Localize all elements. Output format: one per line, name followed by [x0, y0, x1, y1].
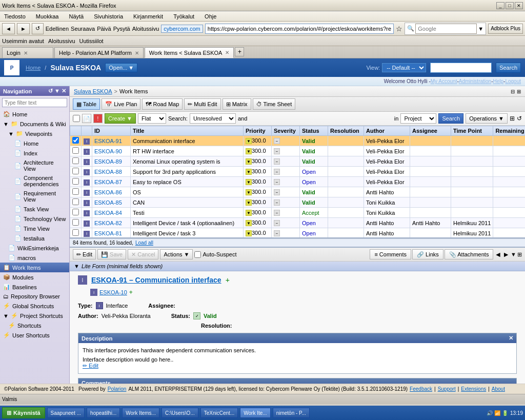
row-checkbox[interactable]	[72, 188, 79, 195]
select-all-checkbox[interactable]	[73, 115, 80, 122]
tab-login[interactable]: Login ✕	[2, 47, 53, 58]
row-checkbox[interactable]	[72, 209, 79, 215]
row-title-cell[interactable]: CAN	[131, 197, 244, 208]
sidebar-item-workitems[interactable]: 📋 Work Items	[0, 263, 69, 272]
row-checkbox[interactable]	[72, 147, 79, 154]
table-row[interactable]: I ESKOA-84 Testi ▼300.0 − Accept Toni Ku…	[70, 208, 526, 218]
detail-expand-icon[interactable]: ⊞	[517, 251, 522, 258]
tab-multiedit[interactable]: ✏ Multi Edit	[184, 98, 220, 110]
col-header-id[interactable]: ID	[92, 126, 131, 136]
search-type-select[interactable]: Unresolved	[190, 113, 236, 124]
filter-icon-btn1[interactable]: 📄	[82, 114, 91, 123]
administration-link[interactable]: Administration	[459, 78, 491, 84]
row-title-cell[interactable]: Intelligent Device / task 4 (optionaalin…	[131, 218, 244, 228]
table-row[interactable]: I ESKOA-88 Support for 3rd party applica…	[70, 167, 526, 177]
bookmark-useimmin[interactable]: Useimmin avatut	[2, 38, 44, 44]
menu-tyokalut[interactable]: Työkalut	[171, 12, 196, 21]
row-title-cell[interactable]: Support for 3rd party applications	[131, 167, 244, 177]
row-checkbox[interactable]	[72, 137, 79, 144]
parent-add-icon[interactable]: +	[129, 289, 133, 296]
edit-button[interactable]: ✏ Edit	[73, 249, 96, 259]
tab-timesheet[interactable]: ⏱ Time Sheet	[253, 98, 296, 110]
col-header-assignee[interactable]: Assignee	[410, 126, 451, 136]
search-submit-icon[interactable]: ▼	[478, 26, 483, 32]
sidebar-settings-icon[interactable]: ▼	[54, 88, 60, 94]
menu-sivuhistoria[interactable]: Sivuhistoria	[92, 12, 125, 21]
filter-icon-btn2[interactable]: !	[93, 114, 103, 123]
sidebar-refresh-icon[interactable]: ↺	[48, 88, 53, 94]
comments-button[interactable]: ≡ Comments	[370, 249, 411, 259]
tab-workitems-close[interactable]: ✕	[225, 50, 229, 55]
sidebar-item-vp-home[interactable]: 📄 Home	[0, 138, 69, 148]
help-link[interactable]: Help	[493, 78, 503, 84]
collapse-icon[interactable]: ⊞	[517, 89, 521, 94]
nav-prev-icon[interactable]: ◄	[494, 250, 501, 258]
row-id-link[interactable]: ESKOA-86	[94, 189, 122, 195]
row-id-link[interactable]: ESKOA-90	[94, 148, 122, 154]
actions-button[interactable]: Actions ▼	[160, 249, 193, 259]
row-checkbox[interactable]	[72, 198, 79, 205]
row-title-cell[interactable]: RT HW interface	[131, 146, 244, 156]
back-button[interactable]: ◄	[2, 23, 15, 34]
view-dropdown[interactable]: -- Default --	[382, 63, 426, 72]
tab-new-button[interactable]: +	[235, 47, 244, 56]
sidebar-close-icon[interactable]: ✕	[62, 88, 66, 94]
table-row[interactable]: I ESKOA-85 CAN ▼300.0 − Valid Toni Kuikk…	[70, 197, 526, 208]
col-settings-icon[interactable]: ⊞	[510, 115, 515, 122]
sidebar-filter-input[interactable]	[2, 98, 67, 107]
col-header-status[interactable]: Status	[300, 126, 328, 136]
nav-aloitussivu[interactable]: Aloitussivu	[132, 26, 159, 32]
table-row[interactable]: I ESKOA-82 Intelligent Device / task 4 (…	[70, 218, 526, 228]
row-id-link[interactable]: ESKOA-85	[94, 199, 122, 206]
row-checkbox[interactable]	[72, 229, 79, 236]
close-btn[interactable]: ✕	[515, 2, 523, 9]
nav-pysyta[interactable]: Pysytä	[113, 26, 130, 32]
sidebar-item-repository[interactable]: 🗂 Repository Browser	[0, 292, 69, 301]
address-bar[interactable]	[205, 24, 394, 34]
table-row[interactable]: I ESKOA-89 Xenomai Linux operating syste…	[70, 156, 526, 167]
bookmark-aloitussivu[interactable]: Aloitussivu	[48, 38, 75, 44]
col-header-author[interactable]: Author	[364, 126, 410, 136]
tab-matrix[interactable]: ⊞ Matrix	[223, 98, 251, 110]
header-search-button[interactable]: Search	[496, 63, 521, 73]
in-select[interactable]: Project	[400, 113, 436, 124]
attachments-button[interactable]: 📎 Attachments	[445, 249, 494, 259]
table-row[interactable]: I ESKOA-81 Intelligent Device / task 3 ▼…	[70, 228, 526, 238]
logout-link[interactable]: Logout	[505, 78, 521, 84]
sidebar-item-requirement[interactable]: 📄 Requirement View	[0, 189, 69, 204]
bookmark-uutissiilot[interactable]: Uutissiilot	[79, 38, 104, 44]
item-title-link[interactable]: ESKOA-91 – Communication interface	[91, 276, 221, 284]
sidebar-item-documents[interactable]: ▼ 📁 Documents & Wiki	[0, 119, 69, 129]
col-header-title[interactable]: Title	[131, 126, 244, 136]
col-header-priority[interactable]: Priority	[244, 126, 272, 136]
tab-table[interactable]: ▦ Table	[73, 98, 100, 110]
table-row[interactable]: I ESKOA-87 Easy to replace OS ▼300.0 − O…	[70, 177, 526, 187]
description-close-icon[interactable]: ✕	[509, 335, 513, 342]
row-checkbox[interactable]	[72, 157, 79, 164]
parent-id-link[interactable]: ESKOA-10	[99, 289, 127, 295]
sidebar-item-baselines[interactable]: 📊 Baselines	[0, 282, 69, 292]
reload-button[interactable]: ↺	[32, 23, 44, 34]
tab-workitems[interactable]: Work Items < Sulava ESKOA ✕	[145, 47, 234, 58]
row-title-cell[interactable]: Easy to replace OS	[131, 177, 244, 187]
col-header-resolution[interactable]: Resolution	[328, 126, 364, 136]
forward-button[interactable]: ►	[17, 23, 30, 34]
auto-suspect-checkbox[interactable]	[194, 251, 201, 258]
sidebar-item-taskview[interactable]: 📄 Task View	[0, 204, 69, 214]
open-button[interactable]: Open... ▼	[105, 63, 137, 72]
feedback-link[interactable]: Feedback	[410, 386, 432, 392]
cybercom-link[interactable]: cybercom.com	[164, 26, 200, 32]
adblock-button[interactable]: Adblock Plus	[488, 24, 523, 34]
row-title-cell[interactable]: Testi	[131, 208, 244, 218]
sidebar-item-project-shortcuts[interactable]: ▼ ⚡ Project Shortcuts	[0, 311, 69, 321]
sidebar-item-modules[interactable]: 📦 Modules	[0, 272, 69, 282]
sidebar-item-index[interactable]: 📄 Index	[0, 148, 69, 158]
col-header-remaining[interactable]: Remaining Es	[493, 126, 525, 136]
menu-nayta[interactable]: Näytä	[67, 12, 86, 21]
row-checkbox[interactable]	[72, 219, 79, 226]
sidebar-item-technology[interactable]: 📄 Technology View	[0, 214, 69, 224]
sidebar-item-wiki[interactable]: 📄 WikiEsimerkkeja	[0, 243, 69, 253]
home-link[interactable]: Home	[26, 65, 41, 71]
table-row[interactable]: I ESKOA-86 OS ▼300.0 − Valid Antti Hahto…	[70, 187, 526, 197]
row-id-link[interactable]: ESKOA-87	[94, 179, 122, 185]
